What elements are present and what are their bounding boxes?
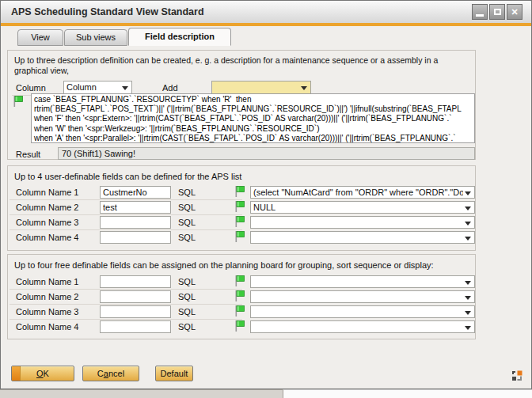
flag-icon[interactable] [234,305,246,317]
field-row: Column Name 4 SQL [8,320,477,335]
column-name-label: Column Name 4 [16,233,78,242]
default-button-indicator [12,366,21,381]
user-fields-group: Up to 4 user-definable fields can be def… [7,165,476,251]
sql-dropdown[interactable] [250,216,475,229]
column-name-input[interactable] [100,275,171,288]
column-name-input[interactable] [100,201,171,214]
accent-bar [1,23,531,26]
group-description-text: Up to three description definition can b… [14,55,472,76]
column-name-label: Column Name 3 [16,218,78,227]
sql-label: SQL [178,218,196,227]
chevron-down-icon [465,326,471,330]
close-icon: ✕ [511,8,518,17]
column-name-label: Column Name 3 [16,307,78,317]
field-row: Column Name 3 SQL [8,215,477,230]
ok-button-label: O [36,369,44,378]
code-line: when 'F' then '<spr:Extern>: '||rtrim(CA… [34,114,472,123]
tab-view[interactable]: View [17,29,63,46]
flag-icon[interactable] [234,320,246,332]
close-button[interactable]: ✕ [507,4,522,20]
flag-icon[interactable] [234,290,246,302]
sql-label: SQL [178,233,196,242]
chevron-down-icon [465,191,471,195]
chevron-down-icon [301,86,307,90]
flag-icon[interactable] [234,200,246,213]
field-row: Column Name 1 SQL [8,275,477,290]
sql-dropdown[interactable] [250,231,475,244]
default-button[interactable]: Default [155,366,193,381]
column-name-input[interactable] [100,320,171,333]
field-row: Column Name 2 SQL NULL [8,200,477,215]
column-dropdown-value: Column [66,82,120,92]
column-name-input[interactable] [100,216,171,229]
default-button-label: Default [161,369,188,378]
cancel-button-label: C [97,369,104,378]
column-name-input[interactable] [100,231,171,244]
column-name-input[interactable] [100,305,171,318]
sql-label: SQL [178,322,196,332]
field-row: Column Name 2 SQL [8,290,477,305]
column-name-input[interactable] [100,290,171,303]
sql-label: SQL [178,188,196,197]
result-field: 70 (Shift1) Sawing! [58,147,475,160]
background-panel-right [283,389,532,398]
column-name-label: Column Name 2 [16,292,78,301]
flag-icon[interactable] [234,215,246,228]
minimize-icon [476,14,484,17]
sql-label: SQL [178,203,196,212]
chevron-down-icon [465,222,471,226]
flag-icon[interactable] [234,185,246,198]
sql-label: SQL [178,307,196,317]
sql-dropdown[interactable] [250,320,475,333]
add-dropdown[interactable] [211,81,311,94]
minimize-button[interactable] [472,4,488,20]
flag-icon[interactable] [234,230,246,243]
cancel-button-label: ncel [108,369,124,378]
field-row: Column Name 3 SQL [8,305,477,320]
sql-dropdown[interactable]: NULL [250,201,475,214]
maximize-button[interactable] [489,4,505,20]
tab-field-description[interactable]: Field description [128,28,231,46]
field-row: Column Name 4 SQL [8,230,477,245]
code-line: case `BEAS_FTPLANUNG`.`RESOURCETYP` when… [34,95,472,104]
sql-dropdown[interactable] [250,290,475,303]
column-dropdown[interactable]: Column [63,81,132,94]
description-formula-textarea[interactable]: case `BEAS_FTPLANUNG`.`RESOURCETYP` when… [31,93,475,143]
code-line: when 'A' then '<spr:Parallel>: '||rtrim(… [34,134,472,143]
sql-dropdown[interactable] [250,275,475,288]
resize-grip-icon[interactable] [511,370,523,382]
chevron-down-icon [465,296,471,300]
column-name-label: Column Name 4 [16,322,78,332]
chevron-down-icon [465,311,471,315]
column-name-label: Column Name 1 [16,188,78,197]
chevron-down-icon [122,86,128,90]
sql-dropdown-value: NULL [253,203,463,212]
aps-scheduling-dialog: APS Scheduling Standard View Standard ✕ … [0,0,532,389]
add-label: Add [162,83,178,93]
sql-dropdown[interactable] [250,305,475,318]
chevron-down-icon [465,281,471,285]
sql-label: SQL [178,277,196,286]
tab-sub-views[interactable]: Sub views [64,29,127,46]
flag-icon[interactable] [12,95,25,108]
sql-dropdown[interactable]: (select "NumAtCard" from "ORDR" where "O… [250,186,475,199]
column-name-label: Column Name 1 [16,277,78,286]
description-group: Up to three description definition can b… [7,50,476,160]
code-line: when 'W' then '<spr:Werkzeug>: '||rtrim(… [34,124,472,134]
window-title: APS Scheduling Standard View Standard [11,1,204,23]
ok-button-label: K [44,369,49,378]
column-name-label: Column Name 2 [16,203,78,212]
column-label: Column [16,83,46,93]
result-label: Result [16,150,40,159]
tab-strip: View Sub views Field description [1,27,531,46]
sql-label: SQL [178,292,196,301]
cancel-button[interactable]: Cancel [82,366,139,381]
free-fields-group: Up to four free definable fields can be … [7,254,476,339]
group-heading: Up to four free definable fields can be … [14,260,434,270]
group-heading: Up to 4 user-definable fields can be def… [14,172,241,181]
column-name-input[interactable] [100,186,171,199]
titlebar: APS Scheduling Standard View Standard ✕ [1,1,531,24]
ok-button[interactable]: OK [11,366,74,381]
flag-icon[interactable] [234,275,246,287]
background-panel-left [0,389,283,398]
